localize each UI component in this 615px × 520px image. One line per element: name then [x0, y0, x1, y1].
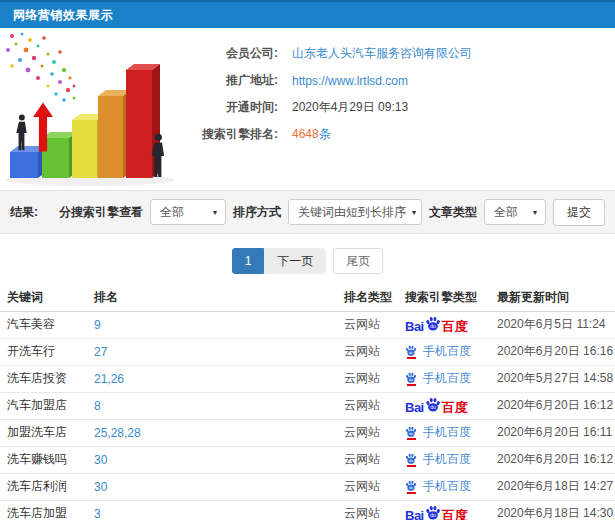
keyword-ranking-table: 关键词 排名 排名类型 搜索引擎类型 最新更新时间 汽车美容9云网站Bai du… [0, 284, 615, 520]
info-label: 搜索引擎排名: [178, 126, 278, 143]
account-info-fields: 会员公司:山东老人头汽车服务咨询有限公司推广地址:https://www.lrt… [178, 30, 615, 190]
keyword-cell: 洗车店加盟 [0, 500, 92, 520]
pagination: 1 下一页 尾页 [0, 248, 615, 274]
table-row: 开洗车行27云网站 du手机百度2020年6月20日 16:16 [0, 338, 615, 365]
rank-link[interactable]: 21,26 [94, 372, 124, 386]
col-rank-type: 排名类型 [342, 284, 403, 311]
article-type-select[interactable]: 全部 ▾ [484, 199, 546, 225]
rank-cell: 27 [92, 338, 342, 365]
info-row: 会员公司:山东老人头汽车服务咨询有限公司 [178, 40, 615, 67]
rank-cell: 3 [92, 500, 342, 520]
marketing-growth-clipart [0, 30, 178, 188]
info-value[interactable]: 山东老人头汽车服务咨询有限公司 [292, 45, 472, 62]
table-header-row: 关键词 排名 排名类型 搜索引擎类型 最新更新时间 [0, 284, 615, 311]
confetti-dots [6, 33, 76, 102]
sort-filter-select[interactable]: 关键词由短到长排序 ▾ [288, 199, 422, 225]
sort-filter-value: 关键词由短到长排序 [298, 204, 406, 221]
info-label: 推广地址: [178, 72, 278, 89]
baidu-paw-icon: du [405, 345, 417, 357]
rank-cell: 21,26 [92, 365, 342, 392]
pagination-next-button[interactable]: 下一页 [264, 248, 326, 274]
baidu-logo: Bai du百度 [405, 505, 468, 520]
chevron-down-icon: ▾ [207, 208, 217, 217]
updated-cell: 2020年6月20日 16:11 [495, 419, 615, 446]
svg-text:du: du [430, 323, 436, 329]
chevron-down-icon: ▾ [527, 208, 537, 217]
table-row: 加盟洗车店25,28,28云网站 du手机百度2020年6月20日 16:11 [0, 419, 615, 446]
rank-type-cell: 云网站 [342, 338, 403, 365]
rank-cell: 9 [92, 311, 342, 338]
rank-type-cell: 云网站 [342, 473, 403, 500]
rank-cell: 30 [92, 473, 342, 500]
rank-link[interactable]: 8 [94, 399, 101, 413]
rank-link[interactable]: 30 [94, 480, 107, 494]
mobile-baidu-logo: du手机百度 [405, 451, 471, 468]
table-row: 汽车加盟店8云网站Bai du百度2020年6月20日 16:12 [0, 392, 615, 419]
engine-cell: du手机百度 [403, 365, 495, 392]
mobile-baidu-logo: du手机百度 [405, 478, 471, 495]
baidu-paw-icon: du [425, 397, 441, 413]
page-title: 网络营销效果展示 [13, 7, 113, 24]
search-engine-rank-count[interactable]: 4648条 [292, 126, 331, 143]
col-rank: 排名 [92, 284, 342, 311]
pagination-page-1[interactable]: 1 [232, 248, 265, 274]
baidu-paw-icon: du [425, 505, 441, 520]
result-label: 结果: [10, 204, 38, 221]
app-header: 网络营销效果展示 [0, 0, 615, 28]
updated-cell: 2020年6月20日 16:12 [495, 446, 615, 473]
mobile-baidu-underline [407, 384, 416, 386]
mobile-baidu-logo: du手机百度 [405, 343, 471, 360]
info-value[interactable]: https://www.lrtlsd.com [292, 74, 408, 88]
rank-type-cell: 云网站 [342, 500, 403, 520]
keyword-cell: 加盟洗车店 [0, 419, 92, 446]
rank-cell: 8 [92, 392, 342, 419]
info-row: 推广地址:https://www.lrtlsd.com [178, 67, 615, 94]
engine-cell: du手机百度 [403, 338, 495, 365]
col-updated: 最新更新时间 [495, 284, 615, 311]
table-row: 洗车店投资21,26云网站 du手机百度2020年5月27日 14:58 [0, 365, 615, 392]
baidu-paw-icon: du [405, 372, 417, 384]
growth-arrow-icon [33, 102, 53, 152]
mobile-baidu-logo: du手机百度 [405, 370, 471, 387]
account-info-section: 会员公司:山东老人头汽车服务咨询有限公司推广地址:https://www.lrt… [0, 28, 615, 190]
updated-cell: 2020年6月20日 16:12 [495, 392, 615, 419]
rank-type-cell: 云网站 [342, 446, 403, 473]
page: 网络营销效果展示 会员公司:山东老人头汽车服务咨询有限公司推广地址:https:… [0, 0, 615, 520]
info-row: 开通时间:2020年4月29日 09:13 [178, 94, 615, 121]
submit-button[interactable]: 提交 [553, 199, 605, 226]
table-row: 洗车店加盟3云网站Bai du百度2020年6月18日 14:30 [0, 500, 615, 520]
info-label: 开通时间: [178, 99, 278, 116]
svg-text:du: du [409, 459, 413, 463]
rank-type-cell: 云网站 [342, 419, 403, 446]
svg-text:du: du [409, 351, 413, 355]
rank-type-cell: 云网站 [342, 392, 403, 419]
businessman-figure [150, 133, 167, 179]
rank-link[interactable]: 9 [94, 318, 101, 332]
chevron-down-icon: ▾ [406, 208, 416, 217]
mobile-baidu-underline [407, 438, 416, 440]
engine-cell: Bai du百度 [403, 392, 495, 419]
sort-filter-label: 排序方式 [233, 204, 281, 221]
updated-cell: 2020年6月20日 16:16 [495, 338, 615, 365]
engine-filter-select[interactable]: 全部 ▾ [150, 199, 226, 225]
businessman-figure [15, 114, 29, 152]
filter-controls: 分搜索引擎查看 全部 ▾ 排序方式 关键词由短到长排序 ▾ 文章类型 全部 ▾ … [59, 199, 605, 226]
engine-filter-value: 全部 [160, 204, 184, 221]
article-type-label: 文章类型 [429, 204, 477, 221]
keyword-cell: 开洗车行 [0, 338, 92, 365]
article-type-value: 全部 [494, 204, 518, 221]
pagination-last-button[interactable]: 尾页 [333, 248, 383, 274]
mobile-baidu-underline [407, 465, 416, 467]
keyword-cell: 洗车店利润 [0, 473, 92, 500]
rank-link[interactable]: 27 [94, 345, 107, 359]
rank-link[interactable]: 3 [94, 507, 101, 520]
mobile-baidu-underline [407, 357, 416, 359]
baidu-paw-icon: du [405, 426, 417, 438]
engine-filter-label: 分搜索引擎查看 [59, 204, 143, 221]
rank-link[interactable]: 25,28,28 [94, 426, 141, 440]
baidu-paw-icon: du [405, 453, 417, 465]
rank-cell: 30 [92, 446, 342, 473]
info-label: 会员公司: [178, 45, 278, 62]
rank-link[interactable]: 30 [94, 453, 107, 467]
updated-cell: 2020年5月27日 14:58 [495, 365, 615, 392]
